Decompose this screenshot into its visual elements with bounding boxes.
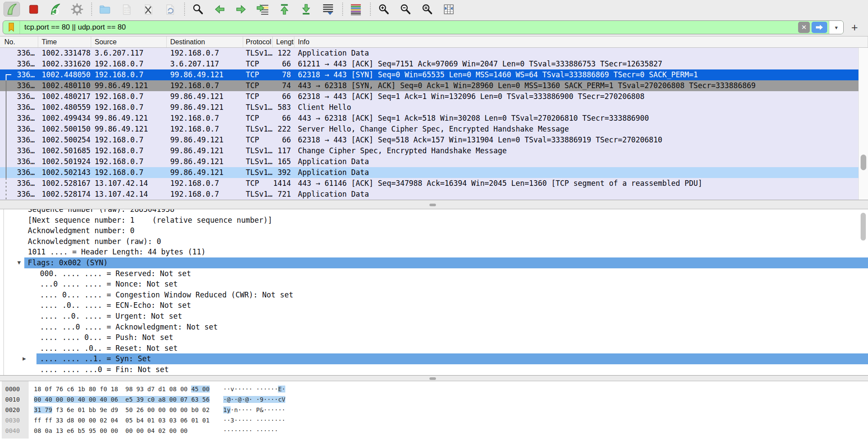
- packet-row-8[interactable]: 336…1002.50015099.86.49.121192.168.0.7TL…: [0, 124, 858, 135]
- reload-file-button[interactable]: [162, 2, 178, 16]
- hex-ascii[interactable]: ·@··@·@· ·9····cV: [223, 394, 285, 405]
- column-header-time[interactable]: Time: [38, 36, 91, 47]
- cell-protocol: TCP: [243, 69, 273, 80]
- hex-ascii[interactable]: ··3····· ········: [223, 415, 285, 426]
- open-file-button[interactable]: [96, 2, 113, 16]
- hex-bytes[interactable]: 08 0a 13 e6 b5 95 00 00 00 00 04 02 00 0…: [34, 426, 188, 436]
- auto-scroll-button[interactable]: [320, 2, 336, 16]
- detail-row[interactable]: .... .... ...0 = Fin: Not set: [0, 364, 868, 375]
- detail-row[interactable]: .... 0... .... = Congestion Window Reduc…: [0, 290, 868, 300]
- zoom-in-button[interactable]: [375, 2, 392, 16]
- restart-capture-button[interactable]: [47, 2, 63, 16]
- detail-row[interactable]: .... ...0 .... = Acknowledgment: Not set: [0, 322, 868, 333]
- packet-row-7[interactable]: 336…1002.49943499.86.49.121192.168.0.7TC…: [0, 113, 858, 124]
- capture-options-button[interactable]: [69, 2, 85, 16]
- packet-row-12[interactable]: 336…1002.502143192.168.0.799.86.49.121TL…: [0, 167, 858, 178]
- hex-bytes[interactable]: 00 40 00 00 40 00 40 06 e5 39 c0 a8 00 0…: [34, 394, 210, 405]
- details-bytes-splitter[interactable]: [0, 375, 868, 381]
- go-to-packet-button[interactable]: [254, 2, 271, 16]
- detail-row[interactable]: ▼Flags: 0x002 (SYN): [0, 257, 868, 268]
- detail-row[interactable]: Sequence number (raw): 2865041958: [0, 209, 868, 215]
- cell-source: 13.107.42.14: [91, 178, 167, 189]
- packet-row-11[interactable]: 336…1002.501924192.168.0.799.86.49.121TL…: [0, 156, 858, 167]
- packet-row-5[interactable]: 336…1002.480217192.168.0.799.86.49.121TC…: [0, 91, 858, 102]
- details-scrollbar-thumb[interactable]: [861, 213, 866, 241]
- hex-row-0000[interactable]: 000018 0f 76 c6 1b 80 f0 18 98 93 d7 d1 …: [0, 384, 868, 394]
- list-details-splitter[interactable]: [0, 200, 868, 209]
- detail-text: .... ..0. .... = Urgent: Not set: [40, 311, 182, 322]
- packet-row-2[interactable]: 336…1002.331620192.168.0.73.6.207.117TCP…: [0, 59, 858, 69]
- detail-row[interactable]: Acknowledgment number: 0: [0, 225, 868, 236]
- detail-row[interactable]: .... ..0. .... = Urgent: Not set: [0, 311, 868, 322]
- save-file-button[interactable]: 010100110101110: [118, 2, 135, 16]
- packet-row-10[interactable]: 336…1002.501685192.168.0.799.86.49.121TL…: [0, 145, 858, 156]
- filter-dropdown-caret[interactable]: ▾: [829, 21, 843, 34]
- hex-ascii[interactable]: ··v····· ······E·: [223, 384, 285, 394]
- column-header-destination[interactable]: Destination: [167, 36, 243, 47]
- column-header-protocol[interactable]: Protocol: [243, 36, 273, 47]
- filter-add-button[interactable]: +: [847, 20, 862, 34]
- go-forward-button[interactable]: [233, 2, 249, 16]
- hex-ascii[interactable]: 1y·n···· P&······: [223, 405, 285, 415]
- zoom_in-icon: [378, 3, 389, 15]
- colorize-button[interactable]: [347, 2, 364, 16]
- splitter-grip[interactable]: [429, 204, 436, 206]
- filter-clear-button[interactable]: ✕: [798, 22, 810, 33]
- splitter-grip[interactable]: [429, 377, 436, 380]
- packet-row-6[interactable]: 336…1002.480559192.168.0.799.86.49.121TL…: [0, 102, 858, 113]
- packet-row-9[interactable]: 336…1002.500254192.168.0.799.86.49.121TC…: [0, 135, 858, 145]
- cell-source: 192.168.0.7: [91, 91, 167, 102]
- cell-length: 66: [273, 113, 294, 124]
- detail-row[interactable]: [Next sequence number: 1 (relative seque…: [0, 215, 868, 226]
- detail-row[interactable]: .... .... .0.. = Reset: Not set: [0, 343, 868, 354]
- cell-destination: 99.86.49.121: [167, 102, 243, 113]
- detail-row[interactable]: 1011 .... = Header Length: 44 bytes (11): [0, 247, 868, 257]
- packet-list-scrollbar-thumb[interactable]: [861, 155, 866, 170]
- detail-row[interactable]: ...0 .... .... = Nonce: Not set: [0, 279, 868, 290]
- detail-row[interactable]: .... .0.. .... = ECN-Echo: Not set: [0, 300, 868, 311]
- hex-row-0040[interactable]: 004008 0a 13 e6 b5 95 00 00 00 00 04 02 …: [0, 426, 868, 436]
- packet-row-1[interactable]: 336…1002.3314783.6.207.117192.168.0.7TLS…: [0, 48, 858, 59]
- hex-bytes[interactable]: 18 0f 76 c6 1b 80 f0 18 98 93 d7 d1 08 0…: [34, 384, 210, 394]
- hex-row-0020[interactable]: 002031 79 f3 6e 01 bb 9e d9 50 26 00 00 …: [0, 405, 868, 415]
- packet-row-4[interactable]: 336…1002.48011099.86.49.121192.168.0.7TC…: [0, 80, 858, 91]
- packet-row-14[interactable]: 336…1002.52817413.107.42.14192.168.0.7TL…: [0, 189, 858, 200]
- collapse-triangle-icon[interactable]: ▼: [17, 257, 21, 268]
- go-first-packet-button[interactable]: [276, 2, 293, 16]
- stop-capture-button[interactable]: [25, 2, 42, 16]
- column-header-length[interactable]: Length: [273, 36, 294, 47]
- display-filter-text[interactable]: tcp.port == 80 || udp.port == 80: [20, 23, 798, 32]
- start-capture-button[interactable]: [3, 2, 20, 16]
- detail-row[interactable]: .... .... 0... = Push: Not set: [0, 332, 868, 343]
- expand-triangle-icon[interactable]: ▶: [23, 353, 26, 364]
- hex-row-0030[interactable]: 0030ff ff 33 d8 00 00 02 04 05 b4 01 03 …: [0, 415, 868, 426]
- cell-source: 99.86.49.121: [91, 113, 167, 124]
- detail-row[interactable]: ▶.... .... ..1. = Syn: Set: [0, 353, 868, 364]
- hex-bytes[interactable]: ff ff 33 d8 00 00 02 04 05 b4 01 03 03 0…: [34, 415, 210, 426]
- display-filter-input[interactable]: tcp.port == 80 || udp.port == 80 ✕ ▾: [3, 20, 844, 34]
- cell-info: 62318 → 443 [ACK] Seq=518 Ack=157 Win=13…: [294, 135, 858, 145]
- close-file-button[interactable]: [140, 2, 156, 16]
- packet-list-scrollbar[interactable]: [858, 48, 868, 200]
- packet-row-3[interactable]: 336…1002.448050192.168.0.799.86.49.121TC…: [0, 69, 858, 80]
- find-packet-button[interactable]: [189, 2, 206, 16]
- filter-apply-button[interactable]: [812, 22, 827, 33]
- hex-ascii[interactable]: ········ ······: [223, 426, 278, 436]
- go-back-button[interactable]: [211, 2, 228, 16]
- detail-row[interactable]: Acknowledgment number (raw): 0: [0, 236, 868, 247]
- detail-row[interactable]: 000. .... .... = Reserved: Not set: [0, 268, 868, 279]
- hex-row-0010[interactable]: 001000 40 00 00 40 00 40 06 e5 39 c0 a8 …: [0, 394, 868, 405]
- column-header-info[interactable]: Info: [294, 36, 868, 47]
- resize-columns-button[interactable]: [440, 2, 457, 16]
- zoom-reset-button[interactable]: [419, 2, 435, 16]
- go-last-packet-button[interactable]: [298, 2, 314, 16]
- packet-details-pane: Sequence number (raw): 2865041958[Next s…: [0, 209, 868, 375]
- cell-protocol: TLSv1…: [243, 167, 273, 178]
- zoom-out-button[interactable]: [397, 2, 413, 16]
- cell-length: 583: [273, 102, 294, 113]
- column-header-no[interactable]: No.: [0, 36, 38, 47]
- filter-bookmark-icon[interactable]: [3, 21, 20, 34]
- column-header-source[interactable]: Source: [91, 36, 167, 47]
- packet-row-13[interactable]: 336…1002.52816713.107.42.14192.168.0.7TC…: [0, 178, 858, 189]
- hex-bytes[interactable]: 31 79 f3 6e 01 bb 9e d9 50 26 00 00 00 0…: [34, 405, 210, 415]
